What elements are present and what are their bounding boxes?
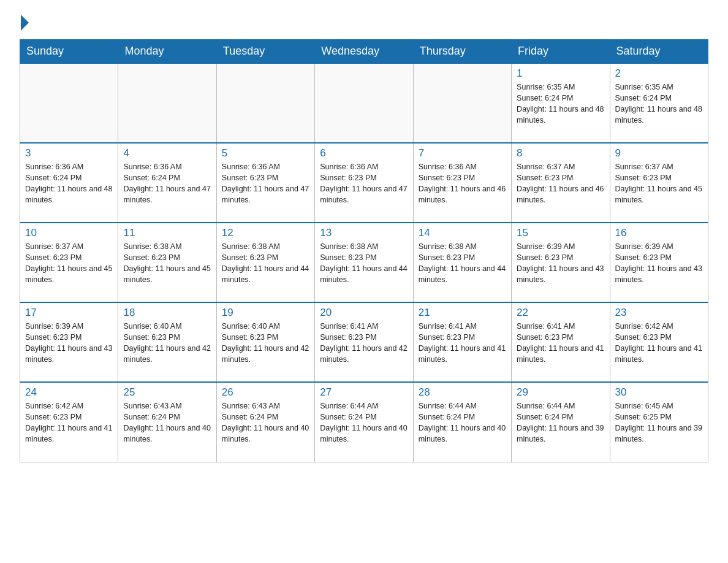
day-number: 27 bbox=[320, 386, 408, 399]
calendar-cell: 23Sunrise: 6:42 AMSunset: 6:23 PMDayligh… bbox=[610, 302, 708, 382]
calendar-cell: 1Sunrise: 6:35 AMSunset: 6:24 PMDaylight… bbox=[512, 63, 610, 143]
day-info: Sunrise: 6:45 AMSunset: 6:25 PMDaylight:… bbox=[615, 400, 703, 445]
calendar-cell: 30Sunrise: 6:45 AMSunset: 6:25 PMDayligh… bbox=[610, 382, 708, 462]
calendar-cell: 19Sunrise: 6:40 AMSunset: 6:23 PMDayligh… bbox=[216, 302, 314, 382]
day-number: 10 bbox=[25, 227, 113, 239]
logo bbox=[20, 15, 29, 28]
calendar-cell: 15Sunrise: 6:39 AMSunset: 6:23 PMDayligh… bbox=[512, 223, 610, 302]
day-info: Sunrise: 6:44 AMSunset: 6:24 PMDaylight:… bbox=[517, 400, 604, 445]
day-number: 12 bbox=[222, 227, 309, 239]
day-info: Sunrise: 6:36 AMSunset: 6:23 PMDaylight:… bbox=[419, 161, 506, 206]
day-number: 15 bbox=[517, 227, 604, 239]
day-info: Sunrise: 6:40 AMSunset: 6:23 PMDaylight:… bbox=[222, 321, 309, 366]
calendar-cell: 22Sunrise: 6:41 AMSunset: 6:23 PMDayligh… bbox=[512, 302, 610, 382]
day-number: 9 bbox=[615, 147, 703, 159]
calendar-cell: 20Sunrise: 6:41 AMSunset: 6:23 PMDayligh… bbox=[315, 302, 413, 382]
day-info: Sunrise: 6:40 AMSunset: 6:23 PMDaylight:… bbox=[123, 321, 211, 366]
day-info: Sunrise: 6:38 AMSunset: 6:23 PMDaylight:… bbox=[320, 241, 408, 286]
day-info: Sunrise: 6:36 AMSunset: 6:23 PMDaylight:… bbox=[320, 161, 408, 206]
calendar-cell: 17Sunrise: 6:39 AMSunset: 6:23 PMDayligh… bbox=[20, 302, 118, 382]
calendar-cell: 25Sunrise: 6:43 AMSunset: 6:24 PMDayligh… bbox=[118, 382, 216, 462]
logo-arrow-icon bbox=[21, 15, 29, 31]
day-info: Sunrise: 6:44 AMSunset: 6:24 PMDaylight:… bbox=[419, 400, 506, 445]
day-number: 7 bbox=[419, 147, 506, 159]
calendar-cell: 21Sunrise: 6:41 AMSunset: 6:23 PMDayligh… bbox=[413, 302, 511, 382]
day-info: Sunrise: 6:41 AMSunset: 6:23 PMDaylight:… bbox=[320, 321, 408, 366]
calendar-cell: 11Sunrise: 6:38 AMSunset: 6:23 PMDayligh… bbox=[118, 223, 216, 302]
day-info: Sunrise: 6:35 AMSunset: 6:24 PMDaylight:… bbox=[517, 82, 604, 126]
day-number: 22 bbox=[517, 307, 604, 319]
day-info: Sunrise: 6:39 AMSunset: 6:23 PMDaylight:… bbox=[615, 241, 703, 286]
calendar-cell: 6Sunrise: 6:36 AMSunset: 6:23 PMDaylight… bbox=[315, 143, 413, 223]
calendar-cell: 16Sunrise: 6:39 AMSunset: 6:23 PMDayligh… bbox=[610, 223, 708, 302]
calendar-cell: 4Sunrise: 6:36 AMSunset: 6:24 PMDaylight… bbox=[118, 143, 216, 223]
day-info: Sunrise: 6:41 AMSunset: 6:23 PMDaylight:… bbox=[517, 321, 604, 366]
calendar-cell: 28Sunrise: 6:44 AMSunset: 6:24 PMDayligh… bbox=[413, 382, 511, 462]
day-info: Sunrise: 6:36 AMSunset: 6:23 PMDaylight:… bbox=[222, 161, 309, 206]
day-info: Sunrise: 6:37 AMSunset: 6:23 PMDaylight:… bbox=[25, 241, 113, 286]
calendar-cell: 14Sunrise: 6:38 AMSunset: 6:23 PMDayligh… bbox=[413, 223, 511, 302]
calendar-cell: 18Sunrise: 6:40 AMSunset: 6:23 PMDayligh… bbox=[118, 302, 216, 382]
day-number: 24 bbox=[25, 386, 113, 399]
day-info: Sunrise: 6:42 AMSunset: 6:23 PMDaylight:… bbox=[615, 321, 703, 366]
calendar-header-friday: Friday bbox=[512, 40, 610, 64]
calendar-cell: 8Sunrise: 6:37 AMSunset: 6:23 PMDaylight… bbox=[512, 143, 610, 223]
calendar-cell: 5Sunrise: 6:36 AMSunset: 6:23 PMDaylight… bbox=[216, 143, 314, 223]
day-number: 16 bbox=[615, 227, 703, 239]
calendar-cell: 9Sunrise: 6:37 AMSunset: 6:23 PMDaylight… bbox=[610, 143, 708, 223]
page: SundayMondayTuesdayWednesdayThursdayFrid… bbox=[0, 0, 728, 563]
day-info: Sunrise: 6:37 AMSunset: 6:23 PMDaylight:… bbox=[615, 161, 703, 206]
calendar-header-row: SundayMondayTuesdayWednesdayThursdayFrid… bbox=[20, 40, 708, 64]
day-info: Sunrise: 6:38 AMSunset: 6:23 PMDaylight:… bbox=[419, 241, 506, 286]
day-number: 26 bbox=[222, 386, 309, 399]
calendar-cell: 24Sunrise: 6:42 AMSunset: 6:23 PMDayligh… bbox=[20, 382, 118, 462]
logo-text bbox=[20, 15, 29, 31]
calendar-cell bbox=[413, 63, 511, 143]
day-number: 14 bbox=[419, 227, 506, 239]
day-info: Sunrise: 6:38 AMSunset: 6:23 PMDaylight:… bbox=[222, 241, 309, 286]
calendar-week-row-2: 3Sunrise: 6:36 AMSunset: 6:24 PMDaylight… bbox=[20, 143, 708, 223]
day-number: 5 bbox=[222, 147, 309, 159]
calendar-cell: 26Sunrise: 6:43 AMSunset: 6:24 PMDayligh… bbox=[216, 382, 314, 462]
day-info: Sunrise: 6:37 AMSunset: 6:23 PMDaylight:… bbox=[517, 161, 604, 206]
day-number: 3 bbox=[25, 147, 113, 159]
calendar-week-row-4: 17Sunrise: 6:39 AMSunset: 6:23 PMDayligh… bbox=[20, 302, 708, 382]
day-info: Sunrise: 6:41 AMSunset: 6:23 PMDaylight:… bbox=[419, 321, 506, 366]
day-info: Sunrise: 6:35 AMSunset: 6:24 PMDaylight:… bbox=[615, 82, 703, 126]
calendar-header-sunday: Sunday bbox=[20, 40, 118, 64]
day-number: 20 bbox=[320, 307, 408, 319]
calendar-header-saturday: Saturday bbox=[610, 40, 708, 64]
day-number: 18 bbox=[123, 307, 211, 319]
calendar-cell: 27Sunrise: 6:44 AMSunset: 6:24 PMDayligh… bbox=[315, 382, 413, 462]
calendar-week-row-3: 10Sunrise: 6:37 AMSunset: 6:23 PMDayligh… bbox=[20, 223, 708, 302]
calendar-cell: 2Sunrise: 6:35 AMSunset: 6:24 PMDaylight… bbox=[610, 63, 708, 143]
calendar-cell: 3Sunrise: 6:36 AMSunset: 6:24 PMDaylight… bbox=[20, 143, 118, 223]
day-info: Sunrise: 6:39 AMSunset: 6:23 PMDaylight:… bbox=[25, 321, 113, 366]
calendar-header-tuesday: Tuesday bbox=[216, 40, 314, 64]
calendar: SundayMondayTuesdayWednesdayThursdayFrid… bbox=[20, 39, 708, 462]
day-info: Sunrise: 6:38 AMSunset: 6:23 PMDaylight:… bbox=[123, 241, 211, 286]
day-number: 25 bbox=[123, 386, 211, 399]
day-info: Sunrise: 6:43 AMSunset: 6:24 PMDaylight:… bbox=[123, 400, 211, 445]
day-number: 2 bbox=[615, 67, 703, 80]
day-info: Sunrise: 6:43 AMSunset: 6:24 PMDaylight:… bbox=[222, 400, 309, 445]
calendar-header-thursday: Thursday bbox=[413, 40, 511, 64]
calendar-header-wednesday: Wednesday bbox=[315, 40, 413, 64]
day-number: 1 bbox=[517, 67, 604, 80]
calendar-week-row-5: 24Sunrise: 6:42 AMSunset: 6:23 PMDayligh… bbox=[20, 382, 708, 462]
calendar-cell: 13Sunrise: 6:38 AMSunset: 6:23 PMDayligh… bbox=[315, 223, 413, 302]
day-info: Sunrise: 6:39 AMSunset: 6:23 PMDaylight:… bbox=[517, 241, 604, 286]
calendar-header-monday: Monday bbox=[118, 40, 216, 64]
calendar-cell bbox=[315, 63, 413, 143]
day-number: 8 bbox=[517, 147, 604, 159]
calendar-cell bbox=[118, 63, 216, 143]
day-number: 23 bbox=[615, 307, 703, 319]
calendar-cell bbox=[216, 63, 314, 143]
calendar-cell: 10Sunrise: 6:37 AMSunset: 6:23 PMDayligh… bbox=[20, 223, 118, 302]
calendar-week-row-1: 1Sunrise: 6:35 AMSunset: 6:24 PMDaylight… bbox=[20, 63, 708, 143]
day-info: Sunrise: 6:36 AMSunset: 6:24 PMDaylight:… bbox=[25, 161, 113, 206]
calendar-cell bbox=[20, 63, 118, 143]
calendar-cell: 12Sunrise: 6:38 AMSunset: 6:23 PMDayligh… bbox=[216, 223, 314, 302]
day-number: 4 bbox=[123, 147, 211, 159]
day-info: Sunrise: 6:44 AMSunset: 6:24 PMDaylight:… bbox=[320, 400, 408, 445]
